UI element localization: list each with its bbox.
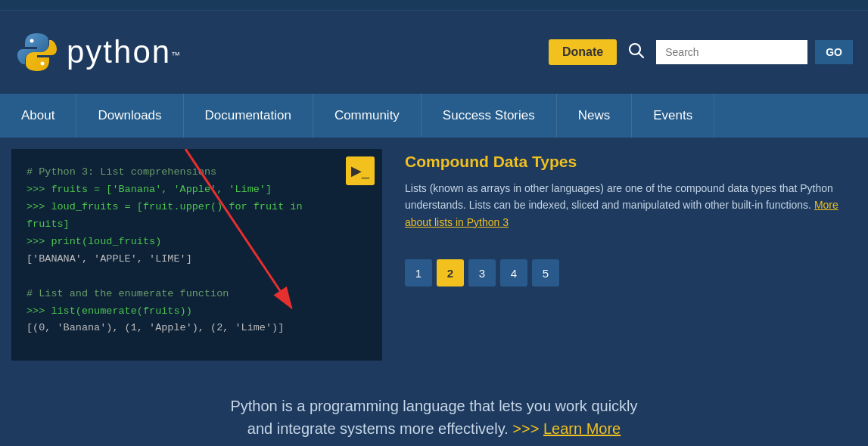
search-input[interactable] <box>656 40 807 64</box>
compound-data-description: Lists (known as arrays in other language… <box>405 180 845 231</box>
nav-item-news[interactable]: News <box>557 94 633 138</box>
search-icon <box>628 42 645 59</box>
code-line-4: fruits] <box>26 216 367 234</box>
trademark-symbol: ™ <box>171 50 180 60</box>
header-right: Donate GO <box>549 39 853 67</box>
code-line-1: # Python 3: List comprehensions <box>26 164 367 181</box>
main-nav: About Downloads Documentation Community … <box>0 94 868 138</box>
description-text: Lists (known as arrays in other language… <box>405 182 833 211</box>
run-icon: ▶_ <box>351 163 369 179</box>
top-bar <box>0 0 868 11</box>
nav-item-documentation[interactable]: Documentation <box>184 94 313 138</box>
code-line-7 <box>26 268 367 286</box>
nav-item-downloads[interactable]: Downloads <box>76 94 183 138</box>
logo-text-group: python™ <box>67 34 180 70</box>
tagline-line1: Python is a programming language that le… <box>15 395 853 417</box>
learn-more-link[interactable]: Learn More <box>543 420 621 437</box>
tagline-section: Python is a programming language that le… <box>0 372 868 446</box>
nav-item-community[interactable]: Community <box>313 94 422 138</box>
search-icon-button[interactable] <box>624 39 649 67</box>
nav-item-success-stories[interactable]: Success Stories <box>422 94 557 138</box>
info-panel: Compound Data Types Lists (known as arra… <box>382 138 868 372</box>
page-button-4[interactable]: 4 <box>500 259 527 286</box>
page-button-1[interactable]: 1 <box>405 259 432 286</box>
main-content: ▶_ # Python 3: List comprehensions >>> f… <box>0 138 868 372</box>
go-button[interactable]: GO <box>815 40 853 64</box>
svg-line-3 <box>639 53 643 57</box>
pagination: 1 2 3 4 5 <box>405 259 845 286</box>
tagline-arrow: >>> <box>512 420 543 437</box>
code-line-10: [(0, 'Banana'), (1, 'Apple'), (2, 'Lime'… <box>26 320 367 337</box>
tagline-line2-text: and integrate systems more effectively. <box>247 420 509 437</box>
tagline-line2: and integrate systems more effectively. … <box>15 417 853 440</box>
svg-point-1 <box>41 62 45 66</box>
svg-point-0 <box>30 39 34 43</box>
page-button-2[interactable]: 2 <box>437 259 464 286</box>
page-button-3[interactable]: 3 <box>468 259 496 286</box>
code-panel: ▶_ # Python 3: List comprehensions >>> f… <box>11 149 382 361</box>
code-line-3: >>> loud_fruits = [fruit.upper() for fru… <box>26 199 367 216</box>
code-line-5: >>> print(loud_fruits) <box>26 234 367 251</box>
compound-data-title: Compound Data Types <box>405 153 845 171</box>
code-line-6: ['BANANA', 'APPLE', 'LIME'] <box>26 251 367 268</box>
python-logo-icon <box>15 30 59 74</box>
donate-button[interactable]: Donate <box>549 39 617 65</box>
logo-text: python <box>67 34 171 70</box>
nav-item-about[interactable]: About <box>0 94 76 138</box>
header: python™ Donate GO <box>0 11 868 94</box>
code-line-9: >>> list(enumerate(fruits)) <box>26 303 367 321</box>
run-button[interactable]: ▶_ <box>346 156 375 185</box>
page-button-5[interactable]: 5 <box>532 259 559 286</box>
code-line-8: # List and the enumerate function <box>26 286 367 303</box>
code-line-2: >>> fruits = ['Banana', 'Apple', 'Lime'] <box>26 181 367 199</box>
logo-area[interactable]: python™ <box>15 30 180 74</box>
nav-item-events[interactable]: Events <box>632 94 714 138</box>
